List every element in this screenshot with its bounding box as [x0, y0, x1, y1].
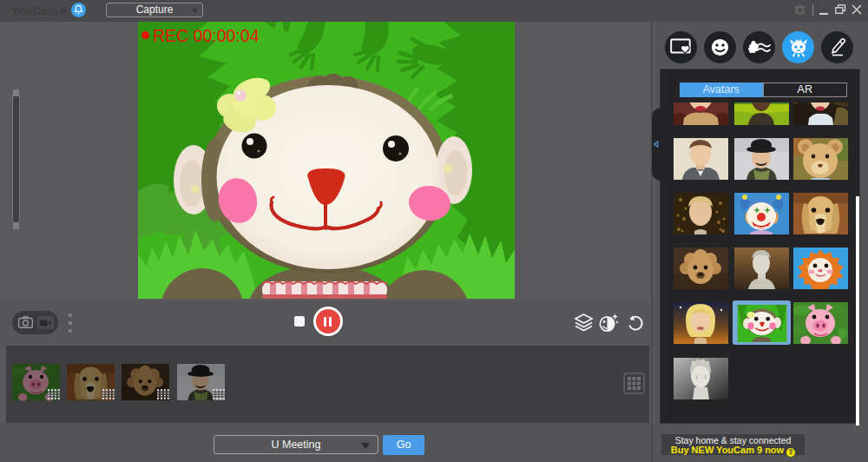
svg-text:REC 00:00:04: REC 00:00:04 — [153, 26, 260, 45]
